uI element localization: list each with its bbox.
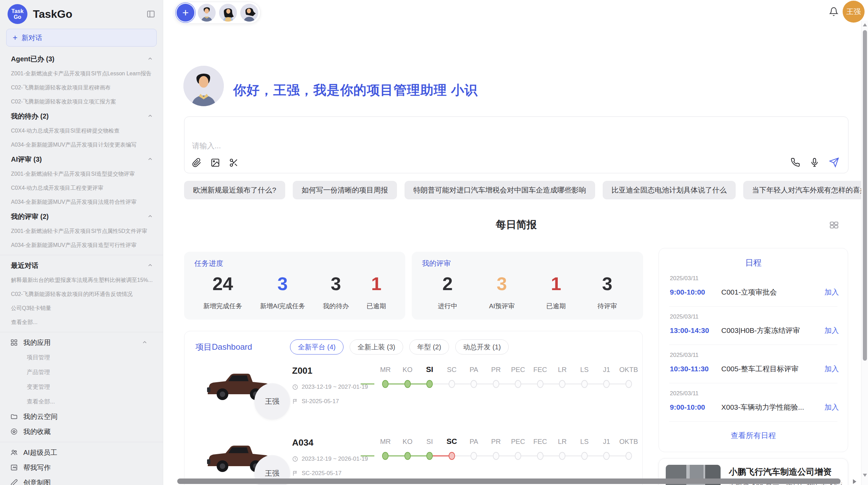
milestone-dot — [471, 452, 477, 460]
scroll-down-arrow-icon[interactable] — [863, 474, 867, 477]
app-item-project-mgmt[interactable]: 项目管理 — [0, 350, 163, 365]
view-all-recent[interactable]: 查看全部... — [0, 315, 163, 329]
chevron-up-icon[interactable] — [147, 156, 153, 162]
chevron-up-icon[interactable] — [147, 262, 153, 269]
project-row[interactable]: 王强 A034 2023-12-19 ~ 2026-01-19 SC-2025-… — [195, 434, 642, 485]
notifications-bell-icon[interactable] — [829, 7, 839, 16]
join-button[interactable]: 加入 — [824, 287, 839, 297]
list-item[interactable]: Z001-全新燃油皮卡产品开发项目SI节点Lesson Learn报告 — [0, 66, 163, 80]
vertical-scrollbar[interactable] — [861, 21, 868, 485]
view-all-apps[interactable]: 查看全部... — [0, 394, 163, 409]
layout-grid-icon[interactable] — [829, 220, 839, 230]
section-my-todo[interactable]: 我的待办 (2) — [0, 109, 163, 124]
chat-input[interactable]: 请输入... — [184, 116, 848, 173]
list-item[interactable]: A034-全新新能源MUV产品开发项目计划变更表编写 — [0, 138, 163, 152]
scissors-icon[interactable] — [229, 158, 239, 167]
tab-new-platform[interactable]: 全新平台 (4) — [290, 339, 343, 355]
list-item[interactable]: C02-飞腾新能源轻客改款项目的闭环通告反馈情况 — [0, 287, 163, 301]
suggestion-chip[interactable]: 欧洲新规最近颁布了什么? — [184, 181, 285, 199]
sidebar-item-creative-draw[interactable]: 创意制图 — [0, 475, 163, 485]
project-owner-badge: 王强 — [254, 383, 290, 420]
attachment-icon[interactable] — [192, 158, 202, 167]
divider — [0, 255, 163, 255]
stat-label: 进行中 — [438, 302, 457, 311]
suggestion-chip[interactable]: 比亚迪全固态电池计划具体说了什么 — [603, 181, 736, 199]
sidebar-item-ai-super-staff[interactable]: AI超级员工 — [0, 445, 163, 460]
join-button[interactable]: 加入 — [824, 326, 839, 335]
entry-time: 13:00-14:30 — [670, 326, 721, 335]
list-item[interactable]: C02-飞腾新能源轻客改款项目里程碑画布 — [0, 80, 163, 95]
schedule-entry: 2025/03/11 9:00-10:00 X003-车辆动力学性能验... 加… — [659, 383, 848, 422]
vertical-scrollbar-thumb[interactable] — [863, 30, 867, 361]
list-item[interactable]: A034-全新新能源MUV产品开发项目法规符合性评审 — [0, 195, 163, 209]
suggestion-chip[interactable]: 特朗普可能对进口汽车增税会对中国车企造成哪些影响 — [405, 181, 595, 199]
list-item[interactable]: C0X4-动力总成开发项目SI里程碑提交物检查 — [0, 124, 163, 138]
milestone-label: FEC — [529, 434, 552, 449]
milestone-label: KO — [397, 362, 419, 377]
new-chat-button[interactable]: + 新对话 — [6, 29, 157, 47]
list-item[interactable]: Z001-全新燃油轻卡产品开发项目SI节点属性5D文件评审 — [0, 224, 163, 238]
project-row[interactable]: 王强 Z001 2023-12-19 ~ 2027-01-19 SI-2025-… — [195, 362, 642, 426]
add-session-button[interactable]: + — [177, 4, 194, 22]
section-recent-chats[interactable]: 最近对话 — [0, 258, 163, 273]
list-item[interactable]: C02-飞腾新能源轻客改款项目立项汇报方案 — [0, 95, 163, 109]
tab-powertrain[interactable]: 动总开发 (1) — [455, 339, 509, 355]
phone-icon[interactable] — [791, 158, 800, 167]
list-item[interactable]: C0X4-动力总成开发项目工程变更评审 — [0, 181, 163, 195]
chevron-up-icon[interactable] — [147, 213, 153, 220]
chevron-up-icon[interactable] — [142, 339, 148, 346]
app-logo: Task Go — [8, 4, 27, 24]
section-my-review[interactable]: 我的评审 (2) — [0, 209, 163, 224]
section-ai-review[interactable]: AI评审 (3) — [0, 152, 163, 167]
tab-new-body[interactable]: 全新上装 (3) — [350, 339, 403, 355]
milestone-lane: MR KO SI SC PA PR PEC FEC LR LS J1 OKTB — [374, 434, 640, 463]
stat-value: 1 — [366, 273, 386, 294]
microphone-icon[interactable] — [810, 158, 819, 167]
tab-model-year[interactable]: 年型 (2) — [409, 339, 449, 355]
project-code: Z001 — [292, 365, 368, 376]
section-agent-done[interactable]: Agent已办 (3) — [0, 51, 163, 66]
milestone-dot — [537, 452, 543, 460]
app-item-product-mgmt[interactable]: 产品管理 — [0, 365, 163, 380]
avatar[interactable] — [198, 4, 216, 22]
horizontal-scrollbar-thumb[interactable] — [177, 478, 841, 484]
avatar[interactable] — [240, 4, 258, 22]
assistant-avatar — [183, 66, 224, 106]
milestone-dot — [382, 452, 389, 460]
milestone-dot — [515, 452, 521, 460]
join-button[interactable]: 加入 — [824, 364, 839, 374]
suggestion-chip[interactable]: 当下年轻人对汽车外观有怎样的喜好趋势 — [743, 181, 868, 199]
greeting-text: 你好，王强，我是你的项目管理助理 小识 — [233, 82, 478, 99]
section-title: 我的待办 (2) — [11, 112, 49, 121]
sidebar-item-favorites[interactable]: 我的收藏 — [0, 424, 163, 439]
list-item[interactable]: 解释最新出台的欧盟报废车法规再生塑料比例被调至15%... — [0, 273, 163, 287]
project-dashboard-card: 项目Dashboard 全新平台 (4) 全新上装 (3) 年型 (2) 动总开… — [184, 331, 643, 485]
suggestion-chip[interactable]: 如何写一份清晰的项目周报 — [293, 181, 397, 199]
app-title: TaskGo — [33, 8, 146, 21]
image-icon[interactable] — [210, 158, 220, 167]
chevron-up-icon[interactable] — [147, 56, 153, 62]
sidebar-collapse-icon[interactable] — [146, 10, 155, 18]
sidebar-item-my-apps[interactable]: 我的应用 — [0, 335, 163, 350]
stat-label: 已逾期 — [366, 302, 386, 311]
avatar[interactable] — [219, 4, 237, 22]
milestone-dot — [559, 380, 566, 388]
list-item[interactable]: 公司Q3轻卡销量 — [0, 301, 163, 315]
sidebar-item-cloud-space[interactable]: 我的云空间 — [0, 409, 163, 424]
plus-icon: + — [13, 33, 17, 42]
chevron-up-icon[interactable] — [147, 113, 153, 119]
list-item[interactable]: A034-全新新能源MUV产品开发项目造型可行性评审 — [0, 238, 163, 252]
list-item[interactable]: Z001-全新燃油轻卡产品开发项目SI造型提交物评审 — [0, 167, 163, 181]
logo-text-bottom: Go — [14, 14, 21, 20]
sidebar-item-help-write[interactable]: 帮我写作 — [0, 460, 163, 475]
app-item-change-mgmt[interactable]: 变更管理 — [0, 380, 163, 394]
horizontal-scrollbar[interactable] — [177, 478, 859, 484]
view-all-schedule-link[interactable]: 查看所有日程 — [659, 431, 848, 441]
user-avatar[interactable]: 王强 — [843, 1, 865, 23]
milestone-label: J1 — [595, 362, 618, 377]
send-icon[interactable] — [829, 157, 839, 167]
task-progress-card: 任务进度 24新增完成任务 3新增AI完成任务 3我的待办 1已逾期 — [184, 252, 405, 320]
join-button[interactable]: 加入 — [824, 402, 839, 412]
divider — [669, 421, 837, 422]
scroll-up-arrow-icon[interactable] — [863, 23, 867, 26]
